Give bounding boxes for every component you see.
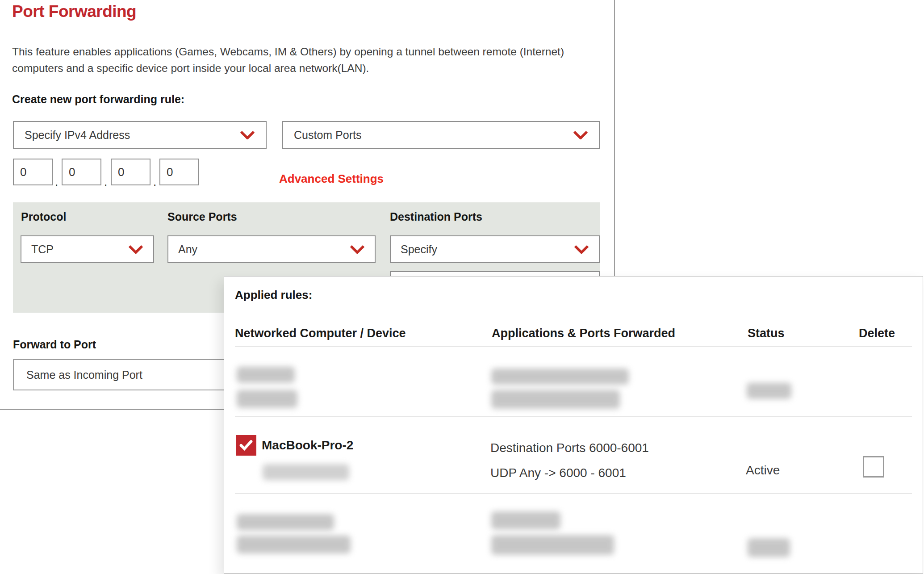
feature-description: This feature enables applications (Games… (12, 43, 593, 76)
source-ports-dropdown-value: Any (178, 243, 197, 256)
redacted-text-blur (491, 369, 629, 385)
ip-octet-1-input[interactable] (13, 159, 53, 185)
device-name: MacBook-Pro-2 (262, 438, 353, 452)
redacted-text-blur (491, 535, 614, 555)
applied-rules-title: Applied rules: (235, 288, 312, 302)
ip-source-dropdown[interactable]: Specify IPv4 Address (13, 121, 267, 149)
redacted-text-blur (237, 536, 351, 553)
ip-dot-separator: . (153, 175, 156, 189)
redacted-text-blur (237, 514, 334, 530)
ip-octet-4-input[interactable] (159, 159, 199, 185)
row-divider (235, 416, 912, 417)
protocol-label: Protocol (21, 210, 66, 223)
redacted-text-blur (237, 390, 297, 408)
delete-checkbox[interactable] (863, 456, 884, 478)
redacted-status-blur (748, 538, 790, 557)
page-title: Port Forwarding (12, 2, 136, 21)
header-divider (235, 346, 912, 347)
destination-ports-dropdown[interactable]: Specify (390, 235, 600, 263)
column-header-status: Status (748, 327, 785, 340)
ip-source-dropdown-value: Specify IPv4 Address (25, 129, 130, 142)
protocol-dropdown-value: TCP (31, 243, 54, 256)
column-header-apps: Applications & Ports Forwarded (492, 327, 675, 340)
status-value: Active (746, 463, 780, 478)
ports-type-dropdown[interactable]: Custom Ports (282, 121, 600, 149)
destination-ports-label: Destination Ports (390, 210, 482, 223)
column-header-delete: Delete (859, 327, 895, 340)
rule-apps-line: Destination Ports 6000-6001 (490, 441, 649, 455)
create-rule-label: Create new port forwarding rule: (12, 93, 184, 106)
column-header-device: Networked Computer / Device (235, 327, 406, 340)
applied-rules-panel: Applied rules: Networked Computer / Devi… (224, 276, 923, 574)
redacted-status-blur (747, 383, 791, 399)
ports-type-dropdown-value: Custom Ports (294, 129, 361, 142)
row-divider (235, 493, 912, 494)
ip-octet-3-input[interactable] (111, 159, 151, 185)
forward-to-port-label: Forward to Port (13, 338, 96, 351)
advanced-settings-link[interactable]: Advanced Settings (279, 172, 384, 186)
redacted-text-blur (491, 511, 560, 529)
ip-dot-separator: . (104, 175, 107, 189)
chevron-down-icon (240, 130, 255, 139)
check-icon (239, 440, 253, 451)
rule-enabled-checkbox[interactable] (236, 435, 256, 456)
source-ports-label: Source Ports (167, 210, 237, 223)
ip-dot-separator: . (55, 175, 58, 189)
source-ports-dropdown[interactable]: Any (167, 235, 376, 263)
chevron-down-icon (128, 245, 143, 254)
redacted-text-blur (237, 367, 295, 383)
ip-octet-2-input[interactable] (62, 159, 101, 185)
redacted-ip-blur (263, 464, 349, 480)
forward-to-port-value: Same as Incoming Port (26, 369, 142, 381)
rule-apps-line: UDP Any -> 6000 - 6001 (490, 466, 626, 480)
chevron-down-icon (350, 245, 365, 254)
chevron-down-icon (574, 245, 589, 254)
protocol-dropdown[interactable]: TCP (21, 235, 154, 263)
destination-ports-dropdown-value: Specify (401, 243, 437, 256)
redacted-text-blur (491, 390, 620, 409)
chevron-down-icon (573, 130, 588, 139)
